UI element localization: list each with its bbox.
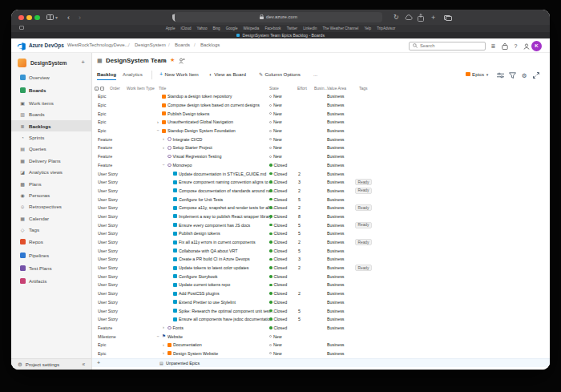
url-field[interactable]: dev.azure.com — [175, 12, 382, 22]
table-row[interactable]: Feature›MonorepoClosedBusiness — [92, 161, 550, 170]
table-row[interactable]: User StoryImplement a way to publish Rea… — [92, 212, 550, 221]
project-switcher[interactable]: DesignSystem + — [11, 55, 91, 71]
table-row[interactable]: Epic›DocumentationNewBusiness — [92, 341, 550, 350]
bookmark-link[interactable]: Wikipedia — [244, 26, 260, 30]
work-item-title[interactable]: Standup a design token repository — [155, 92, 232, 101]
work-item-title[interactable]: ›Fonts — [161, 324, 184, 333]
bookmark-link[interactable]: Yelp — [364, 26, 371, 30]
more-actions-button[interactable]: ... — [313, 71, 317, 77]
tag-badge[interactable]: Ready — [355, 188, 372, 194]
work-item-title[interactable]: Visual Regression Testing — [161, 152, 221, 161]
filter-icon[interactable] — [508, 71, 516, 79]
work-item-title[interactable]: Configure Storybook — [167, 272, 217, 281]
product-name[interactable]: Azure DevOps — [29, 42, 64, 48]
column-work-item-type[interactable]: Work Item Type — [127, 86, 155, 91]
sidebar-item-plans[interactable]: ▩Plans — [11, 178, 91, 189]
column-options-button[interactable]: ✎ Column Options — [259, 71, 301, 77]
back-button[interactable]: ‹ — [67, 12, 70, 22]
table-row[interactable]: EpicStandup a design token repositoryNew… — [92, 92, 550, 101]
table-row[interactable]: EpicCompose design tokes based on curren… — [92, 101, 550, 110]
search-input[interactable]: Search — [409, 42, 486, 51]
expand-chevron-icon[interactable]: › — [155, 334, 160, 339]
expand-chevron-icon[interactable]: › — [155, 128, 160, 133]
work-item-title[interactable]: Ensure all components have jsdoc documen… — [167, 315, 272, 324]
table-row[interactable]: User StoryAdd PostCSS pluginsClosed2Busi… — [92, 289, 550, 298]
work-item-title[interactable]: ›Unauthenticated Global Navigation — [155, 118, 233, 127]
help-icon[interactable]: ? — [511, 42, 520, 51]
avatar[interactable]: K — [531, 41, 542, 51]
browser-tab[interactable]: DesignSystem Team Epics Backlog - Boards — [242, 33, 325, 38]
sidebar-item-delivery-plans[interactable]: ▦Delivery Plans — [11, 155, 91, 166]
table-row[interactable]: User StoryFix all a11y errors in current… — [92, 238, 550, 247]
work-item-title[interactable]: ›Design System Website — [161, 350, 218, 358]
column-effort[interactable]: Effort — [297, 86, 307, 91]
sidebar-item-boards[interactable]: Boards — [11, 83, 91, 97]
column-business-value[interactable]: Busin... — [314, 86, 328, 91]
add-project-icon[interactable]: + — [81, 59, 85, 66]
bookmark-link[interactable]: Google — [226, 26, 238, 30]
bookmark-link[interactable]: TripAdvisor — [377, 26, 395, 30]
sidebar-item-calendar[interactable]: ▦Calendar — [11, 212, 91, 224]
work-item-title[interactable]: Update current tokens repo — [167, 281, 230, 289]
expand-all-icon[interactable]: + — [95, 87, 99, 91]
sidebar-item-pipelines[interactable]: Pipelines — [11, 249, 91, 261]
column-state[interactable]: State — [269, 86, 279, 91]
tag-badge[interactable]: Ready — [355, 204, 372, 211]
table-row[interactable]: User StoryUpdate tokens to latest color … — [92, 264, 550, 273]
tab-analytics[interactable]: Analytics — [123, 71, 143, 79]
sidebar-item-personas[interactable]: ◉Personas — [11, 189, 91, 200]
breadcrumb-boards[interactable]: Boards — [175, 42, 190, 47]
work-item-title[interactable]: ›Setup Starter Project — [161, 143, 212, 152]
add-item-icon[interactable]: + — [97, 360, 100, 366]
work-item-title[interactable]: ›Integrate CI/CD — [161, 135, 202, 143]
table-row[interactable]: User StoryEnsure component naming conven… — [92, 178, 550, 187]
work-item-title[interactable]: Ensure component naming convention align… — [167, 178, 275, 187]
expand-chevron-icon[interactable]: › — [161, 163, 166, 168]
bookmark-link[interactable]: Bing — [212, 26, 220, 30]
sidebar-toggle-icon[interactable]: ▾ — [46, 12, 58, 22]
expand-chevron-icon[interactable]: › — [161, 137, 166, 142]
work-item-title[interactable]: ›Monorepo — [161, 161, 192, 170]
sidebar-item-backlogs[interactable]: ≣Backlogs — [11, 120, 91, 131]
work-item-title[interactable]: Create a PR build CI in Azure Devops — [167, 255, 250, 264]
bookmark-link[interactable]: Facebook — [264, 26, 280, 30]
tab-overview-icon[interactable] — [444, 12, 452, 22]
table-row[interactable]: User StoryCollaborate with QA about VRTC… — [92, 246, 550, 255]
table-row[interactable]: Feature›Setup Starter ProjectNewBusiness — [92, 143, 550, 152]
table-row[interactable]: EpicPublish Design tokensNewBusiness — [92, 109, 550, 118]
work-item-title[interactable]: Spike: Research the optimal component un… — [167, 306, 275, 315]
bookmark-link[interactable]: Yahoo — [197, 26, 208, 30]
table-row[interactable]: User StoryCompose a11y, snapshot and ren… — [92, 204, 550, 212]
new-tab-icon[interactable]: + — [431, 12, 435, 22]
view-options-icon[interactable] — [496, 71, 504, 79]
view-list-icon[interactable]: ≣ — [489, 42, 498, 51]
bookmark-link[interactable]: Twitter — [287, 26, 298, 30]
column-value-area[interactable]: Value Area — [327, 86, 346, 91]
marketplace-bag-icon[interactable] — [500, 42, 509, 51]
table-row[interactable]: User StoryUpdate current tokens repoClos… — [92, 281, 550, 289]
work-item-title[interactable]: Update tokens to latest color updates — [167, 264, 248, 273]
share-icon[interactable] — [418, 12, 424, 22]
maximize-window-button[interactable] — [34, 15, 40, 21]
collapse-sidebar-icon[interactable]: « — [82, 362, 85, 367]
table-row[interactable]: User StoryPublish design tokensClosed5Bu… — [92, 229, 550, 238]
work-item-title[interactable]: ›Documentation — [161, 341, 202, 350]
close-window-button[interactable] — [18, 15, 24, 21]
column-title[interactable]: Title — [159, 86, 166, 91]
tag-badge[interactable]: Ready — [355, 265, 372, 271]
sidebar-item-sprints[interactable]: ◔Sprints — [11, 131, 91, 143]
sidebar-item-work-items[interactable]: ▣Work items — [11, 97, 91, 108]
work-item-title[interactable]: Fix all a11y errors in current component… — [167, 238, 256, 247]
bookmark-link[interactable]: Apple — [166, 26, 176, 30]
table-row[interactable]: Feature›FontsClosedBusiness — [92, 324, 550, 333]
breadcrumb-organization[interactable]: WestRockTechnologyDeve... — [67, 42, 129, 47]
team-selector[interactable]: DesignSystem Team — [106, 57, 167, 64]
sidebar-item-retrospectives[interactable]: ☺Retrospectives — [11, 201, 91, 212]
work-item-title[interactable]: Update documentation in STYELE_GUIDE.md — [167, 169, 266, 178]
expand-chevron-icon[interactable]: › — [155, 120, 160, 125]
table-row[interactable]: User StoryEnsure all components have jsd… — [92, 315, 550, 324]
table-row[interactable]: User StoryCreate a PR build CI in Azure … — [92, 255, 550, 264]
sidebar-item-analytics-views[interactable]: ◪Analytics views — [11, 167, 91, 178]
table-row[interactable]: Feature›Integrate CI/CDNewBusiness — [92, 135, 550, 143]
work-item-title[interactable]: Add PostCSS plugins — [167, 289, 220, 298]
